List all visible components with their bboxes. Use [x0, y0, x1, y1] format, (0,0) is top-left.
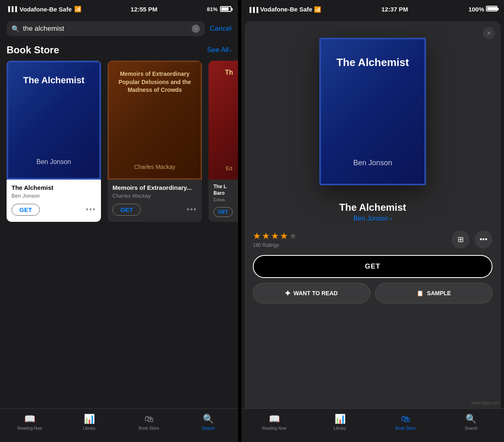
- baron-cover-art: Th Ed: [208, 61, 238, 180]
- alchemist-actions: GET •••: [7, 204, 101, 221]
- library-icon: 📊: [84, 414, 95, 424]
- alchemist-cover-title: The Alchemist: [23, 75, 85, 87]
- baron-author: Edwa: [213, 197, 238, 202]
- memoirs-get-button[interactable]: GET: [112, 204, 141, 216]
- right-wifi-icon: 📶: [314, 6, 321, 13]
- detail-author[interactable]: Ben Jonson ›: [253, 215, 493, 222]
- battery-percent: 81%: [207, 6, 218, 12]
- right-nav-book-store[interactable]: 🛍 Book Store: [393, 414, 418, 431]
- book-cover-alchemist: The Alchemist Ben Jonson: [7, 61, 101, 180]
- signal-icon: ▐▐▐: [7, 6, 17, 12]
- alchemist-author: Ben Jonson: [11, 193, 96, 199]
- cancel-button[interactable]: Cancel: [210, 25, 231, 33]
- nav-library[interactable]: 📊 Library: [77, 414, 102, 431]
- battery-icon: [220, 6, 231, 12]
- library-label: Library: [83, 426, 96, 431]
- memoirs-more-button[interactable]: •••: [187, 205, 197, 214]
- want-to-read-button[interactable]: ✚ WANT TO READ: [253, 283, 370, 303]
- reading-now-label: Reading Now: [17, 426, 42, 431]
- memoirs-author: Charles Mackay: [112, 193, 197, 199]
- share-button[interactable]: ⊞: [451, 230, 470, 248]
- carrier-name: Vodafone-Be Safe: [20, 6, 72, 13]
- reading-now-icon: 📖: [24, 414, 35, 424]
- section-header: Book Store See All ›: [0, 41, 238, 61]
- book-detail-modal: × The Alchemist Ben Jonson The Alchemist…: [245, 21, 501, 439]
- right-book-store-label: Book Store: [395, 426, 415, 431]
- right-search-label: Search: [465, 426, 478, 431]
- secondary-buttons: ✚ WANT TO READ 📋 SAMPLE: [253, 283, 493, 303]
- search-label: Search: [202, 426, 215, 431]
- right-book-store-icon: 🛍: [401, 414, 410, 424]
- nav-reading-now[interactable]: 📖 Reading Now: [17, 414, 42, 431]
- left-panel: ▐▐▐ Vodafone-Be Safe 📶 12:55 PM 81% 🔍 × …: [0, 0, 238, 442]
- right-time: 12:37 PM: [381, 6, 408, 13]
- alchemist-get-button[interactable]: GET: [11, 204, 40, 216]
- baron-info: The LBaro Edwa: [208, 180, 238, 207]
- book-card-alchemist[interactable]: The Alchemist Ben Jonson The Alchemist B…: [7, 61, 101, 222]
- search-input[interactable]: [23, 25, 188, 33]
- rating-count: 180 Ratings: [253, 242, 297, 248]
- right-battery-info: 100%: [468, 6, 497, 13]
- rating-left: ★ ★ ★ ★ ★ 180 Ratings: [253, 231, 297, 248]
- right-nav-search[interactable]: 🔍 Search: [459, 414, 483, 431]
- book-cover-baron: Th Ed: [208, 61, 238, 180]
- more-options-button[interactable]: •••: [474, 230, 493, 248]
- baron-actions: GET: [208, 207, 238, 222]
- left-battery-info: 81%: [207, 6, 231, 12]
- battery-fill: [221, 7, 229, 11]
- right-nav-library[interactable]: 📊 Library: [328, 414, 352, 431]
- alchemist-cover-author: Ben Jonson: [37, 158, 71, 166]
- nav-search[interactable]: 🔍 Search: [196, 414, 220, 431]
- left-status-bar: ▐▐▐ Vodafone-Be Safe 📶 12:55 PM 81%: [0, 0, 238, 18]
- alchemist-cover-art: The Alchemist Ben Jonson: [7, 61, 101, 180]
- books-scroll: The Alchemist Ben Jonson The Alchemist B…: [0, 61, 238, 222]
- book-store-icon: 🛍: [144, 414, 153, 424]
- book-card-memoirs[interactable]: Memoirs of Extraordinary Popular Delusio…: [108, 61, 202, 222]
- memoirs-cover-author: Charles Mackay: [134, 164, 175, 170]
- search-bar-row: 🔍 × Cancel: [0, 18, 238, 41]
- book-store-label: Book Store: [139, 426, 159, 431]
- book-card-baron[interactable]: Th Ed The LBaro Edwa GET: [208, 61, 238, 222]
- stars-display: ★ ★ ★ ★ ★: [253, 231, 297, 242]
- modal-close-button[interactable]: ×: [483, 27, 495, 39]
- baron-get-button[interactable]: GET: [213, 207, 233, 217]
- right-panel: ▐▐▐ Vodafone-Be Safe 📶 12:37 PM 100% × T…: [241, 0, 504, 442]
- section-title: Book Store: [7, 44, 59, 56]
- sample-icon: 📋: [417, 290, 424, 296]
- sample-button[interactable]: 📋 SAMPLE: [375, 283, 493, 303]
- right-status-bar: ▐▐▐ Vodafone-Be Safe 📶 12:37 PM 100%: [241, 0, 504, 18]
- book-cover-large: The Alchemist Ben Jonson: [319, 38, 426, 185]
- baron-cover-title: Th: [225, 69, 233, 76]
- book-cover-memoirs: Memoirs of Extraordinary Popular Delusio…: [108, 61, 202, 180]
- right-nav-reading-now[interactable]: 📖 Reading Now: [262, 414, 286, 431]
- baron-title: The LBaro: [213, 184, 238, 196]
- right-battery-fill: [487, 7, 497, 10]
- left-carrier-info: ▐▐▐ Vodafone-Be Safe 📶: [7, 6, 81, 13]
- rating-row: ★ ★ ★ ★ ★ 180 Ratings ⊞ •••: [245, 227, 501, 255]
- book-detail-info: The Alchemist Ben Jonson ›: [245, 194, 501, 227]
- clear-search-button[interactable]: ×: [192, 25, 200, 33]
- search-input-wrap[interactable]: 🔍 ×: [7, 21, 205, 36]
- right-search-icon: 🔍: [465, 414, 477, 424]
- plus-icon: ✚: [285, 290, 290, 296]
- large-cover-wrap: The Alchemist Ben Jonson: [245, 21, 501, 194]
- left-bottom-nav: 📖 Reading Now 📊 Library 🛍 Book Store 🔍 S…: [0, 408, 238, 442]
- right-library-icon: 📊: [334, 414, 346, 424]
- right-library-label: Library: [334, 426, 346, 431]
- star-1: ★: [253, 231, 261, 242]
- memoirs-title: Memoirs of Extraordinary...: [112, 184, 197, 192]
- right-carrier-info: ▐▐▐ Vodafone-Be Safe 📶: [248, 6, 321, 13]
- right-bottom-nav: 📖 Reading Now 📊 Library 🛍 Book Store 🔍 S…: [241, 408, 504, 442]
- get-large-button[interactable]: GET: [253, 255, 493, 278]
- alchemist-more-button[interactable]: •••: [86, 205, 96, 214]
- star-5: ★: [289, 231, 297, 242]
- alchemist-info: The Alchemist Ben Jonson: [7, 180, 101, 204]
- nav-book-store[interactable]: 🛍 Book Store: [137, 414, 161, 431]
- memoirs-cover-art: Memoirs of Extraordinary Popular Delusio…: [108, 61, 202, 180]
- wifi-icon: 📶: [74, 6, 81, 12]
- rating-right: ⊞ •••: [451, 230, 493, 248]
- see-all-button[interactable]: See All ›: [207, 46, 231, 54]
- watermark: www.dejaq.com: [471, 401, 500, 405]
- large-cover-title: The Alchemist: [337, 56, 409, 70]
- detail-title: The Alchemist: [253, 202, 493, 213]
